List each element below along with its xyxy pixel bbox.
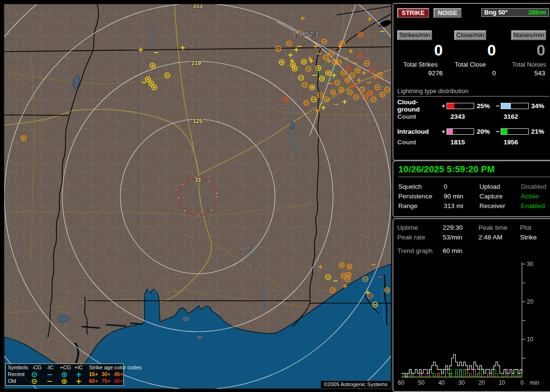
- cloud-ground-counts: Count 2343 3162: [397, 113, 549, 120]
- status-panel: 10/26/2025 5:59:20 PM Squelch 0 Upload D…: [392, 160, 550, 217]
- svg-text:10: 10: [499, 379, 506, 386]
- bearing-label: Bng 50°: [484, 9, 508, 16]
- noises-per-min-value: 0: [497, 42, 545, 58]
- plus-sign: +: [440, 128, 447, 135]
- peak-time-value: 2:48 AM: [478, 233, 520, 242]
- cg-neg-count: 3162: [504, 113, 518, 120]
- legend-col-cg-neg: -CG: [32, 364, 42, 370]
- close-counter: Close/min 0 Total Close 0: [444, 30, 497, 77]
- receiver-label: Receiver: [479, 201, 521, 211]
- lightning-map[interactable]: 31321912531L-2652-1 Symbols -CG -IC +CG …: [4, 4, 391, 389]
- bearing-distance: 286mi: [528, 9, 546, 16]
- stats-panel: STRIKE NOISE Bng 50° 286mi Strikes/min 0…: [392, 3, 550, 161]
- svg-text:30: 30: [527, 261, 534, 267]
- cg-pos-count: 2343: [450, 113, 504, 120]
- age-code-45+: 45+: [114, 371, 123, 377]
- copyright-text: ©2005 Astrogenic Systems: [321, 381, 391, 388]
- strikes-per-min-button[interactable]: Strikes/min: [397, 30, 432, 40]
- minus-sign: −: [494, 102, 501, 110]
- storm-cell-label: L-2652-1: [293, 30, 318, 38]
- cg-pos-bar: [447, 103, 475, 109]
- trend-graph-window: 60 min: [443, 246, 549, 256]
- svg-text:0: 0: [521, 379, 524, 386]
- cg-pos-icon: [61, 371, 68, 378]
- intracloud-label: Intracloud: [397, 128, 440, 135]
- total-noises-value: 543: [497, 70, 546, 77]
- plot-mode-value: Strike: [520, 233, 549, 242]
- plot-label: Plot: [520, 223, 549, 233]
- receiver-status: Enabled: [521, 201, 550, 211]
- count-label: Count: [397, 113, 450, 120]
- uptime-label: Uptime: [397, 223, 443, 233]
- app-window: 31321912531L-2652-1 Symbols -CG -IC +CG …: [0, 0, 550, 392]
- age-code-15+: 15+: [89, 371, 98, 377]
- map-canvas[interactable]: 31321912531L-2652-1: [4, 4, 391, 389]
- svg-text:60: 60: [398, 379, 405, 386]
- peak-time-label: Peak time: [478, 223, 520, 233]
- persistence-label: Persistence: [398, 192, 444, 201]
- svg-text:30: 30: [458, 379, 465, 386]
- ic-pos-icon: [75, 371, 82, 378]
- legend-age-title: Strike age color codes: [89, 364, 142, 370]
- total-close-value: 0: [444, 70, 497, 77]
- ic-neg-count: 1956: [504, 139, 518, 146]
- peak-rate-label: Peak rate: [397, 233, 443, 242]
- noises-counter: Noises/min 0 Total Noises 543: [497, 30, 546, 77]
- close-per-min-value: 0: [444, 42, 496, 58]
- capture-label: Capture: [479, 192, 521, 201]
- noise-button[interactable]: NOISE: [434, 8, 462, 18]
- strikes-counter: Strikes/min 0 Total Strikes 9276: [397, 30, 444, 77]
- bearing-readout: Bng 50° 286mi: [481, 8, 549, 17]
- datetime-display: 10/26/2025 5:59:20 PM: [398, 164, 550, 177]
- close-per-min-button[interactable]: Close/min: [454, 30, 486, 40]
- cg-neg-icon: [31, 371, 38, 378]
- svg-text:50: 50: [418, 379, 425, 386]
- legend-symbols-title: Symbols: [8, 364, 28, 370]
- total-close-label: Total Close: [444, 61, 497, 68]
- trend-panel: Uptime 229:30 Peak time Plot Peak rate 5…: [392, 218, 550, 392]
- ic-pos-pct: 20%: [477, 128, 494, 135]
- noises-per-min-button[interactable]: Noises/min: [511, 30, 546, 40]
- persistence-value: 90 min: [444, 192, 479, 201]
- svg-text:20: 20: [478, 379, 485, 386]
- total-strikes-value: 9276: [397, 70, 444, 77]
- age-code-30+: 30+: [101, 371, 111, 377]
- ic-pos-count: 1815: [450, 139, 504, 146]
- peak-rate-value: 53/min: [443, 233, 478, 242]
- upload-status: Disabled: [521, 182, 550, 192]
- legend-col-cg-pos: +CG: [60, 364, 71, 370]
- strike-button[interactable]: STRIKE: [397, 8, 429, 18]
- svg-text:40: 40: [438, 379, 445, 386]
- distribution-title: Lightning type distribution: [397, 87, 549, 97]
- upload-label: Upload: [479, 182, 521, 192]
- cg-pos-icon: [61, 378, 68, 385]
- age-code-75+: 75+: [101, 378, 111, 384]
- legend-col-ic-neg: -IC: [46, 364, 54, 370]
- range-value: 313 mi: [444, 201, 479, 211]
- cloud-ground-row: Cloud-ground + 25% − 34%: [397, 101, 549, 110]
- ic-neg-icon: [46, 371, 53, 378]
- cg-neg-bar: [501, 103, 529, 109]
- ring-distance-label: 313: [193, 4, 203, 9]
- ic-pos-icon: [75, 378, 82, 385]
- legend-row-label: Recent: [8, 371, 25, 377]
- total-noises-label: Total Noises: [497, 61, 546, 68]
- uptime-value: 229:30: [443, 223, 478, 233]
- count-label: Count: [397, 139, 450, 146]
- intracloud-row: Intracloud + 20% − 21%: [397, 127, 549, 136]
- svg-text:min: min: [530, 379, 539, 386]
- plus-sign: +: [440, 102, 447, 110]
- cg-neg-icon: [31, 378, 38, 385]
- minus-sign: −: [494, 128, 501, 135]
- symbol-legend: Symbols -CG -IC +CG +IC Strike age color…: [5, 364, 124, 386]
- trend-graph: 1020306050403020100min: [397, 260, 541, 389]
- ic-neg-icon: [46, 378, 53, 385]
- ring-distance-label: 31: [195, 177, 202, 183]
- squelch-label: Squelch: [398, 182, 444, 192]
- ic-neg-pct: 21%: [531, 128, 549, 135]
- svg-text:10: 10: [527, 336, 534, 343]
- capture-status: Active: [521, 192, 550, 201]
- cg-pos-pct: 25%: [477, 102, 494, 110]
- ic-pos-bar: [447, 128, 475, 135]
- range-label: Range: [398, 201, 444, 211]
